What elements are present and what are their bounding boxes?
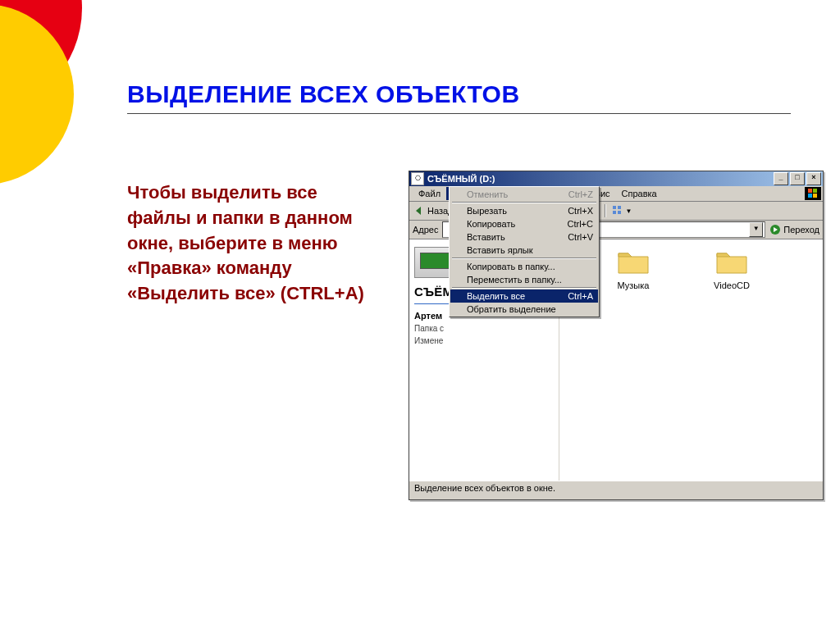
views-button[interactable]: ▼ xyxy=(611,204,632,217)
svg-rect-2 xyxy=(808,194,812,198)
status-text: Выделение всех объектов в окне. xyxy=(414,483,555,493)
chevron-down-icon: ▼ xyxy=(749,222,763,237)
svg-rect-13 xyxy=(618,211,621,214)
menu-item[interactable]: Выделить всеCtrl+A xyxy=(450,289,598,303)
menu-item-label: Вставить ярлык xyxy=(467,245,533,255)
svg-rect-1 xyxy=(813,189,817,193)
menu-help[interactable]: Справка xyxy=(616,187,663,200)
menu-separator xyxy=(452,287,596,289)
menu-item-shortcut: Ctrl+C xyxy=(568,219,593,229)
folder-item[interactable]: VideoCD xyxy=(699,248,765,290)
folder-label: VideoCD xyxy=(699,280,765,290)
svg-rect-11 xyxy=(618,206,621,209)
address-label: Адрес xyxy=(413,225,439,235)
menu-item-label: Переместить в папку... xyxy=(467,275,562,285)
menu-item-label: Обратить выделение xyxy=(467,304,556,314)
menu-item[interactable]: Копировать в папку... xyxy=(450,260,598,273)
menu-item-label: Выделить все xyxy=(467,291,525,301)
menu-item[interactable]: Вставить ярлык xyxy=(450,244,598,257)
drive-icon: ◌ xyxy=(411,172,424,185)
slide-body-text: Чтобы выделить все файлы и папки в данно… xyxy=(127,180,381,307)
go-label: Переход xyxy=(783,225,819,235)
folder-icon xyxy=(699,248,765,278)
menu-item-shortcut: Ctrl+V xyxy=(568,232,593,242)
menu-item[interactable]: КопироватьCtrl+C xyxy=(450,217,598,230)
title-rule xyxy=(127,113,791,114)
menu-item-shortcut: Ctrl+X xyxy=(568,206,593,216)
svg-marker-4 xyxy=(416,207,421,215)
menu-item[interactable]: ВставитьCtrl+V xyxy=(450,230,598,244)
toolbar-separator xyxy=(605,204,606,217)
go-button[interactable]: Переход xyxy=(769,223,819,236)
windows-logo-icon xyxy=(805,187,821,200)
folder-icon xyxy=(600,248,666,278)
selection-type: Папка с xyxy=(414,324,554,333)
back-icon xyxy=(413,204,426,217)
svg-rect-3 xyxy=(813,194,817,198)
status-bar: Выделение всех объектов в окне. xyxy=(409,481,823,499)
chevron-down-icon: ▼ xyxy=(626,207,632,215)
selection-changed: Измене xyxy=(414,336,554,345)
menu-item-shortcut: Ctrl+Z xyxy=(568,189,593,199)
menu-item-label: Вырезать xyxy=(467,206,507,216)
folders-row: МузыкаVideoCD xyxy=(568,248,815,290)
window-title: СЪЁМНЫЙ (D:) xyxy=(427,174,774,184)
menu-item-shortcut: Ctrl+A xyxy=(568,291,593,301)
menu-separator xyxy=(452,258,596,259)
folder-label: Музыка xyxy=(600,280,666,290)
menu-file[interactable]: Файл xyxy=(413,187,446,200)
menu-item[interactable]: Обратить выделение xyxy=(450,303,598,316)
menubar: Файл Правка Вид Избранное Сервис Справка… xyxy=(409,186,823,202)
menu-item-label: Отменить xyxy=(467,189,508,199)
folder-item[interactable]: Музыка xyxy=(600,248,666,290)
go-icon xyxy=(769,223,782,236)
edit-dropdown: ОтменитьCtrl+ZВырезатьCtrl+XКопироватьCt… xyxy=(449,186,600,317)
svg-rect-12 xyxy=(613,211,616,214)
close-button[interactable]: × xyxy=(806,172,821,185)
explorer-window: ◌ СЪЁМНЫЙ (D:) _ □ × Файл Правка Вид Изб… xyxy=(409,171,824,500)
menu-item-label: Копировать xyxy=(467,219,515,229)
menu-item-label: Копировать в папку... xyxy=(467,262,555,271)
menu-item[interactable]: Переместить в папку... xyxy=(450,273,598,286)
minimize-button[interactable]: _ xyxy=(774,172,788,185)
svg-rect-0 xyxy=(808,189,812,193)
svg-rect-10 xyxy=(613,206,616,209)
views-icon xyxy=(611,204,624,217)
menu-item-label: Вставить xyxy=(467,232,505,242)
menu-item[interactable]: ВырезатьCtrl+X xyxy=(450,204,598,217)
maximize-button[interactable]: □ xyxy=(790,172,805,185)
slide-title: ВЫДЕЛЕНИЕ ВСЕХ ОБЪЕКТОВ xyxy=(127,80,791,108)
menu-item: ОтменитьCtrl+Z xyxy=(450,188,598,201)
menu-separator xyxy=(452,202,596,203)
slide-title-block: ВЫДЕЛЕНИЕ ВСЕХ ОБЪЕКТОВ xyxy=(127,80,791,114)
titlebar[interactable]: ◌ СЪЁМНЫЙ (D:) _ □ × xyxy=(409,171,823,186)
window-buttons: _ □ × xyxy=(774,172,821,185)
